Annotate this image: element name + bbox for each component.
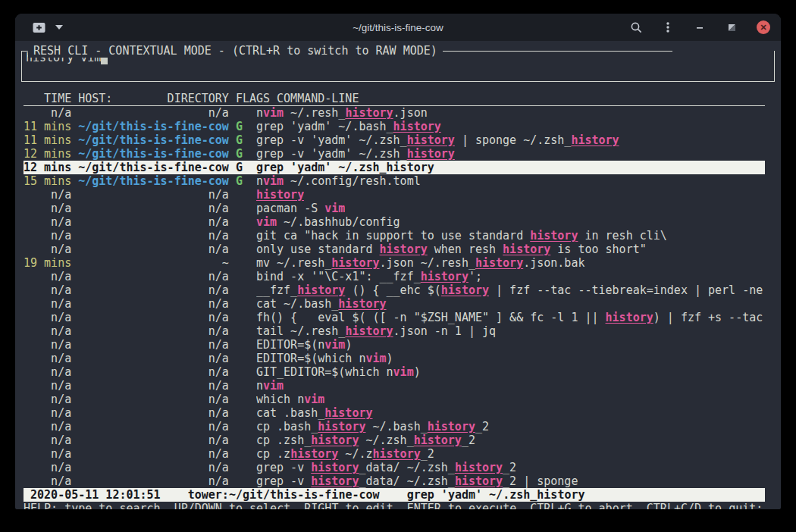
row-flags <box>236 474 243 488</box>
row-command: cat .bash_history <box>256 406 373 420</box>
history-row[interactable]: n/a n/a nvim ~/.resh_history.json <box>24 106 765 120</box>
row-time: n/a <box>24 379 71 393</box>
history-row[interactable]: n/a n/a nvim <box>24 379 765 393</box>
header-host: HOST: <box>78 92 112 105</box>
row-command: mv ~/.resh_history.json ~/.resh_history.… <box>256 256 585 270</box>
menu-button[interactable] <box>661 20 675 34</box>
row-command: git ca "hack in support to use standard … <box>256 229 667 243</box>
row-directory: n/a <box>78 338 229 352</box>
row-flags <box>236 283 243 297</box>
row-time: n/a <box>24 461 71 474</box>
row-command: pacman -S vim <box>256 202 345 215</box>
row-flags <box>236 447 243 461</box>
history-row[interactable]: n/a n/a git ca "hack in support to use s… <box>24 229 765 243</box>
history-row[interactable]: n/a n/a history <box>24 188 765 202</box>
history-row[interactable]: n/a n/a fh() { eval $( ([ -n "$ZSH_NAME"… <box>24 311 765 324</box>
history-row[interactable]: n/a n/a tail ~/.resh_history.json -n 1 |… <box>24 324 765 338</box>
row-time: n/a <box>24 243 71 256</box>
status-datetime: 2020-05-11 12:01:51 <box>30 488 161 502</box>
row-flags <box>236 433 243 447</box>
row-directory: n/a <box>78 229 229 243</box>
row-directory: n/a <box>78 215 229 229</box>
history-row[interactable]: 11 mins ~/git/this-is-fine-cow G grep -v… <box>24 133 765 147</box>
row-flags <box>236 338 243 352</box>
row-time: n/a <box>24 188 71 202</box>
row-command: cp .zsh_history ~/.zsh_history_2 <box>256 433 475 447</box>
row-time: n/a <box>24 365 71 379</box>
search-button[interactable] <box>629 20 643 34</box>
close-icon: ✕ <box>760 20 766 34</box>
row-time: n/a <box>24 229 71 243</box>
row-flags <box>236 243 243 256</box>
row-command: grep -v history_data/ ~/.zsh_history_2 |… <box>256 474 578 488</box>
row-flags <box>236 188 243 202</box>
restore-button[interactable] <box>725 20 738 34</box>
row-time: 11 mins <box>24 133 71 147</box>
row-directory: n/a <box>78 324 229 338</box>
chevron-down-icon[interactable] <box>55 25 63 30</box>
row-command: GIT_EDITOR=$(which nvim) <box>256 365 421 379</box>
status-location: tower:~/git/this-is-fine-cow <box>188 488 380 502</box>
new-tab-icon <box>32 21 46 34</box>
row-flags <box>236 106 243 120</box>
row-flags <box>236 202 243 215</box>
history-row[interactable]: n/a n/a cat .bash_history <box>24 406 765 420</box>
history-row[interactable]: 19 mins ~ mv ~/.resh_history.json ~/.res… <box>24 256 765 270</box>
status-command: grep 'yadm' ~/.zsh_history <box>407 488 585 502</box>
row-command: grep 'yadm' ~/.zsh_history <box>256 161 434 174</box>
row-flags: G <box>236 133 243 147</box>
row-time: n/a <box>24 352 71 365</box>
history-row[interactable]: n/a n/a __fzf_history () { __ehc $(histo… <box>24 283 765 297</box>
header-directory: DIRECTORY <box>168 92 229 105</box>
history-row[interactable]: n/a n/a cp .zsh_history ~/.zsh_history_2 <box>24 433 765 447</box>
history-row[interactable]: 12 mins ~/git/this-is-fine-cow G grep -v… <box>24 147 765 161</box>
row-directory: ~/git/this-is-fine-cow <box>78 161 229 174</box>
row-time: 15 mins <box>24 174 71 188</box>
history-row[interactable]: n/a n/a grep -v history_data/ ~/.zsh_his… <box>24 461 765 474</box>
history-row[interactable]: n/a n/a grep -v history_data/ ~/.zsh_his… <box>24 474 765 488</box>
history-row[interactable]: n/a n/a cp .zhistory ~/.zhistory_2 <box>24 447 765 461</box>
history-row[interactable]: 12 mins ~/git/this-is-fine-cow G grep 'y… <box>24 161 765 174</box>
history-row[interactable]: n/a n/a only use standard history when r… <box>24 243 765 256</box>
desktop-background: ~/git/this-is-fine-cow <box>0 0 796 532</box>
help-line: HELP: type to search, UP/DOWN to select,… <box>24 502 781 509</box>
history-row[interactable]: n/a n/a cp .bash_history ~/.bash_history… <box>24 420 765 433</box>
row-time: n/a <box>24 406 71 420</box>
row-time: n/a <box>24 474 71 488</box>
history-row[interactable]: n/a n/a cat ~/.bash_history <box>24 297 765 311</box>
search-icon <box>630 21 643 34</box>
row-command: nvim <box>256 379 284 393</box>
row-flags <box>236 229 243 243</box>
history-row[interactable]: n/a n/a GIT_EDITOR=$(which nvim) <box>24 365 765 379</box>
row-directory: n/a <box>78 365 229 379</box>
history-row[interactable]: 15 mins ~/git/this-is-fine-cow G nvim ~/… <box>24 174 765 188</box>
resh-search-box[interactable]: RESH CLI - CONTEXTUAL MODE - (CTRL+R to … <box>21 51 775 82</box>
history-row[interactable]: n/a n/a EDITOR=$(nvim) <box>24 338 765 352</box>
row-directory: n/a <box>78 188 229 202</box>
row-directory: n/a <box>78 106 229 120</box>
row-flags <box>236 215 243 229</box>
minimize-button[interactable] <box>693 20 707 34</box>
row-time: n/a <box>24 283 71 297</box>
new-tab-button[interactable] <box>32 21 46 34</box>
history-row[interactable]: n/a n/a EDITOR=$(which nvim) <box>24 352 765 365</box>
row-flags <box>236 406 243 420</box>
row-time: n/a <box>24 420 71 433</box>
row-time: n/a <box>24 324 71 338</box>
close-button[interactable]: ✕ <box>757 20 770 34</box>
history-row[interactable]: n/a n/a which nvim <box>24 393 765 406</box>
row-flags <box>236 365 243 379</box>
titlebar: ~/git/this-is-fine-cow <box>15 14 781 41</box>
row-flags: G <box>236 120 243 133</box>
row-command: history <box>256 188 304 202</box>
row-directory: n/a <box>78 433 229 447</box>
history-row[interactable]: n/a n/a vim ~/.bashhub/config <box>24 215 765 229</box>
row-time: 12 mins <box>24 147 71 161</box>
restore-icon <box>728 23 736 32</box>
history-row[interactable]: 11 mins ~/git/this-is-fine-cow G grep 'y… <box>24 120 765 133</box>
history-row[interactable]: n/a n/a pacman -S vim <box>24 202 765 215</box>
row-directory: ~/git/this-is-fine-cow <box>78 147 229 161</box>
history-row[interactable]: n/a n/a bind -x '"\C-x1": __fzf_history'… <box>24 270 765 283</box>
row-command: nvim ~/.resh_history.json <box>256 106 428 120</box>
header-flags: FLAGS <box>236 92 270 105</box>
